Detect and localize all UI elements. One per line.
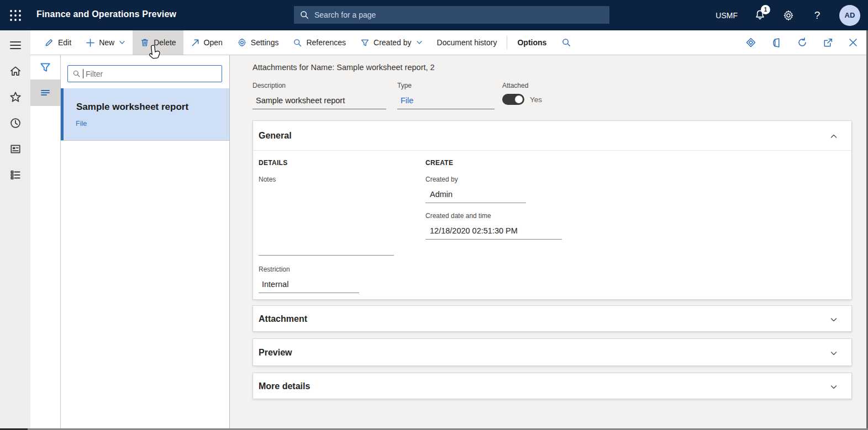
nav-recent-button[interactable] [7,115,24,131]
open-in-new-window-button[interactable] [823,38,833,48]
delete-button[interactable]: Delete [133,30,183,55]
chevron-down-icon[interactable] [830,383,838,391]
attached-toggle[interactable] [502,94,524,105]
nav-favorites-button[interactable] [7,89,24,105]
nav-menu-button[interactable] [7,37,24,54]
list-item-title: Sample worksheet report [76,102,188,113]
options-button[interactable]: Options [510,30,554,55]
filter-box[interactable] [67,65,222,82]
document-history-button[interactable]: Document history [430,30,504,55]
gear-icon [237,38,247,47]
open-in-office-button[interactable] [771,38,782,48]
search-icon [299,10,309,20]
details-group-heading: DETAILS [259,159,288,167]
preview-section-card: Preview [252,338,852,366]
preview-section-header[interactable]: Preview [253,339,851,367]
refresh-button[interactable] [797,37,808,48]
chevron-down-icon[interactable] [830,316,838,323]
chevron-down-icon [119,39,125,46]
attached-label: Attached [502,82,528,89]
find-button[interactable] [554,38,579,47]
chevron-down-icon[interactable] [830,349,838,357]
attachment-section-header[interactable]: Attachment [253,306,851,332]
references-button[interactable]: References [286,30,353,55]
notifications-button[interactable]: 1 [753,9,766,22]
nav-home-button[interactable] [7,63,24,79]
chevron-up-icon[interactable] [830,132,838,140]
more-details-section-title: More details [259,381,310,391]
description-underline [252,109,386,109]
filter-input[interactable] [86,70,217,78]
list-item-subtitle: File [76,120,87,128]
app-title: Finance and Operations Preview [36,9,176,19]
funnel-icon [39,61,51,73]
general-section-header[interactable]: General [253,121,851,151]
filter-panel-button[interactable] [39,61,51,73]
avatar[interactable]: AD [839,5,860,26]
search-icon [561,38,571,47]
restriction-value[interactable]: Internal [262,280,288,289]
nav-modules-button[interactable] [7,167,24,183]
created-datetime-underline [425,239,562,240]
attachments-list-panel: Sample worksheet report File [61,55,230,428]
action-bar-left: Edit New Delete Open [30,30,579,55]
description-label: Description [252,82,286,89]
notes-label: Notes [259,176,276,183]
settings-button[interactable] [782,9,795,22]
notification-badge: 1 [761,5,770,14]
action-bar-divider [507,36,507,49]
open-button[interactable]: Open [183,30,230,55]
refresh-icon [797,37,808,48]
list-lines-icon [39,87,51,98]
list-item[interactable]: Sample worksheet report File [61,88,229,141]
close-icon [848,38,858,47]
attached-state-text: Yes [530,95,542,104]
topbar-right-cluster: USMF 1 ? AD [716,0,860,30]
nav-workspaces-button[interactable] [7,141,24,157]
close-button[interactable] [848,38,858,47]
office-icon [771,38,782,48]
attachment-section-card: Attachment [252,305,852,332]
created-datetime-value[interactable]: 12/18/2020 02:51:30 PM [430,226,518,235]
hamburger-icon [9,40,22,50]
text-caret [83,69,83,78]
selection-accent-bar [61,88,64,140]
chevron-down-icon [416,39,423,46]
new-button[interactable]: New [78,30,133,55]
trash-icon [140,38,150,47]
plus-icon [86,38,95,47]
power-apps-diamond-icon [745,37,756,48]
attachment-details-pane: Attachments for Name: Sample worksheet r… [230,55,868,428]
edit-button[interactable]: Edit [37,30,78,55]
list-view-toggle-button[interactable] [30,79,60,106]
general-section-card: General DETAILS CREATE Notes Restriction… [252,120,852,300]
action-bar-right [745,37,868,48]
general-section-title: General [259,131,292,141]
power-apps-button[interactable] [745,37,756,48]
funnel-icon [360,38,370,47]
global-search[interactable] [294,6,609,24]
type-value-link[interactable]: File [401,96,413,105]
open-arrow-icon [191,38,200,47]
notes-underline [259,255,394,256]
settings-menu-button[interactable]: Settings [230,30,286,55]
type-label: Type [397,82,412,89]
page-title: Attachments for Name: Sample worksheet r… [252,63,435,72]
app-launcher-button[interactable] [0,0,30,30]
restriction-underline [259,293,359,293]
restriction-label: Restriction [259,266,290,273]
more-details-section-card: More details [252,373,852,399]
top-navigation-bar: Finance and Operations Preview USMF 1 [0,0,868,30]
company-selector[interactable]: USMF [716,11,738,20]
description-value[interactable]: Sample worksheet report [256,96,345,105]
action-bar: Edit New Delete Open [30,30,868,55]
question-mark-icon: ? [814,9,820,22]
created-by-filter-button[interactable]: Created by [353,30,429,55]
created-by-value[interactable]: Admin [430,190,453,199]
more-details-section-header[interactable]: More details [253,373,851,400]
created-datetime-label: Created date and time [425,212,491,220]
global-search-input[interactable] [314,10,604,19]
created-by-underline [425,203,526,203]
help-button[interactable]: ? [811,9,824,22]
created-by-label: Created by [425,176,458,183]
